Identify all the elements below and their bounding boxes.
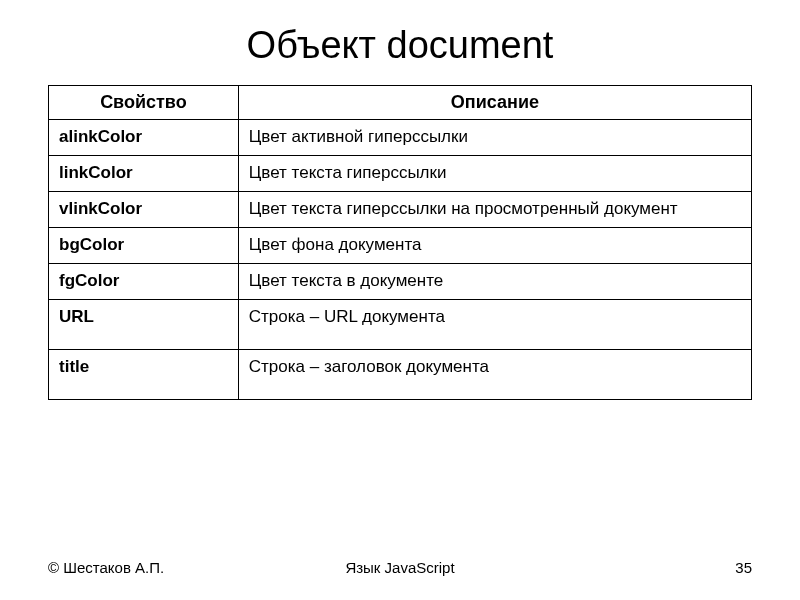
table-row: vlinkColor Цвет текста гиперссылки на пр… <box>49 191 752 227</box>
cell-description: Цвет фона документа <box>238 227 751 263</box>
cell-property: alinkColor <box>49 120 239 156</box>
cell-property: URL <box>49 299 239 349</box>
cell-description: Цвет текста в документе <box>238 263 751 299</box>
table-row: title Строка – заголовок документа <box>49 349 752 399</box>
cell-property: linkColor <box>49 155 239 191</box>
cell-property: vlinkColor <box>49 191 239 227</box>
footer-subject: Язык JavaScript <box>283 559 518 576</box>
table-row: alinkColor Цвет активной гиперссылки <box>49 120 752 156</box>
cell-description: Строка – заголовок документа <box>238 349 751 399</box>
table-row: bgColor Цвет фона документа <box>49 227 752 263</box>
cell-property: fgColor <box>49 263 239 299</box>
cell-description: Цвет текста гиперссылки <box>238 155 751 191</box>
properties-table: Свойство Описание alinkColor Цвет активн… <box>48 85 752 400</box>
table-row: linkColor Цвет текста гиперссылки <box>49 155 752 191</box>
table-row: URL Строка – URL документа <box>49 299 752 349</box>
footer-author: © Шестаков А.П. <box>48 559 283 576</box>
cell-description: Цвет текста гиперссылки на просмотренный… <box>238 191 751 227</box>
header-property: Свойство <box>49 86 239 120</box>
cell-property: bgColor <box>49 227 239 263</box>
slide-footer: © Шестаков А.П. Язык JavaScript 35 <box>0 559 800 576</box>
cell-property: title <box>49 349 239 399</box>
table-row: fgColor Цвет текста в документе <box>49 263 752 299</box>
cell-description: Цвет активной гиперссылки <box>238 120 751 156</box>
properties-table-container: Свойство Описание alinkColor Цвет активн… <box>0 85 800 400</box>
header-description: Описание <box>238 86 751 120</box>
slide-title: Объект document <box>0 0 800 85</box>
table-header-row: Свойство Описание <box>49 86 752 120</box>
footer-page-number: 35 <box>517 559 752 576</box>
cell-description: Строка – URL документа <box>238 299 751 349</box>
